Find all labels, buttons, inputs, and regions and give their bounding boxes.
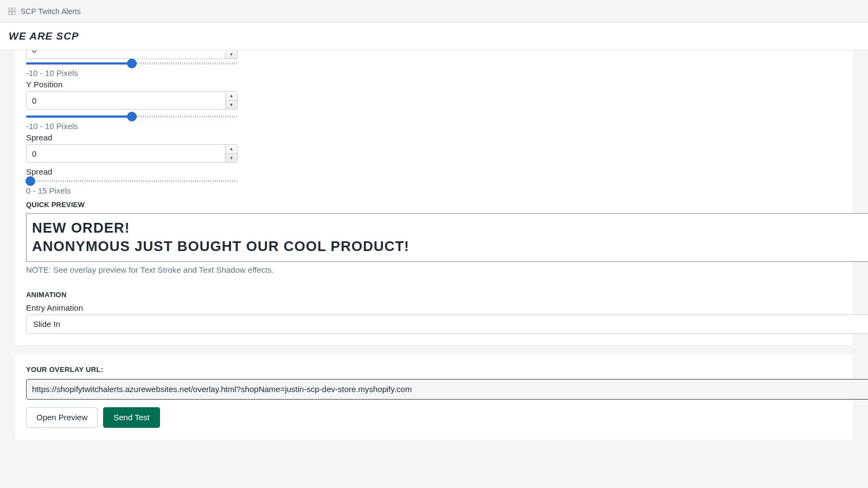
animation-heading: ANIMATION xyxy=(26,291,842,299)
x-position-input[interactable]: 0 xyxy=(26,50,238,59)
spinner-up-icon[interactable]: ▲ xyxy=(226,145,237,154)
svg-rect-2 xyxy=(9,12,11,15)
overlay-url-card: YOUR OVERLAY URL: Open Preview Send Test xyxy=(15,355,853,440)
spread-label: Spread xyxy=(26,133,842,142)
spinner-down-icon[interactable]: ▼ xyxy=(226,101,237,110)
spread-range-caption: 0 - 15 Pixels xyxy=(26,186,842,195)
svg-rect-1 xyxy=(12,8,15,11)
y-position-input-wrapper: ▲ ▼ xyxy=(26,91,238,110)
spinner-up-icon[interactable]: ▲ xyxy=(226,92,237,101)
overlay-url-input[interactable] xyxy=(26,379,868,400)
tab-title: SCP Twitch Alerts xyxy=(21,7,81,16)
y-position-input[interactable] xyxy=(26,91,238,110)
y-position-range-caption: -10 - 10 Pixels xyxy=(26,121,842,131)
preview-box: New Order! Anonymous just bought our coo… xyxy=(26,213,868,262)
y-position-slider[interactable] xyxy=(26,114,238,119)
spread-label-2: Spread xyxy=(26,167,842,176)
slider-thumb[interactable] xyxy=(127,59,137,68)
entry-animation-select[interactable]: Slide In xyxy=(26,314,868,334)
preview-note: NOTE: See overlay preview for Text Strok… xyxy=(26,265,842,274)
app-icon xyxy=(8,7,16,16)
x-position-input-wrapper: 0 ▼ xyxy=(26,50,238,59)
slider-thumb[interactable] xyxy=(25,176,35,186)
quick-preview-heading: QUICK PREVIEW xyxy=(26,201,842,209)
x-position-range-caption: -10 - 10 Pixels xyxy=(26,68,842,78)
svg-rect-0 xyxy=(9,8,11,11)
spinner-down-icon[interactable]: ▼ xyxy=(225,50,237,59)
spread-input[interactable] xyxy=(26,144,238,163)
preview-line1: New Order! xyxy=(32,219,868,237)
x-position-slider[interactable] xyxy=(26,61,238,66)
tab-bar: SCP Twitch Alerts xyxy=(0,0,868,23)
spread-slider[interactable] xyxy=(26,178,238,184)
logo: WE ARE SCP xyxy=(9,30,859,42)
spinner-down-icon[interactable]: ▼ xyxy=(226,154,237,163)
y-position-label: Y Position xyxy=(26,80,842,89)
overlay-url-heading: YOUR OVERLAY URL: xyxy=(26,365,842,374)
header: WE ARE SCP xyxy=(0,23,868,50)
svg-rect-3 xyxy=(12,12,15,15)
spread-input-wrapper: ▲ ▼ xyxy=(26,144,238,163)
entry-animation-value: Slide In xyxy=(33,319,60,329)
send-test-button[interactable]: Send Test xyxy=(103,407,159,428)
entry-animation-label: Entry Animation xyxy=(26,303,842,312)
open-preview-button[interactable]: Open Preview xyxy=(26,407,98,428)
preview-line2: Anonymous just bought our cool product! xyxy=(32,237,868,256)
slider-thumb[interactable] xyxy=(127,112,137,121)
